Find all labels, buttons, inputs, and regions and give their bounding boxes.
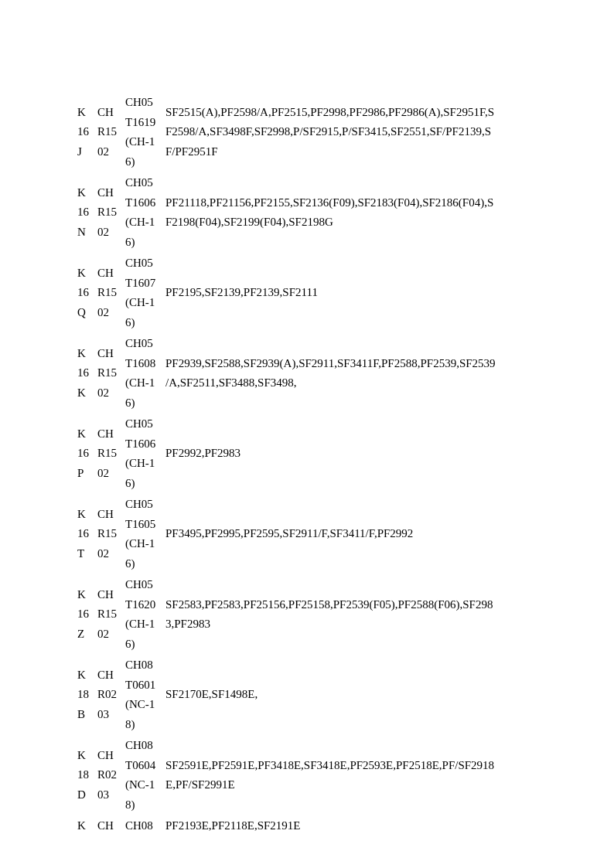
cell-col4: SF2515(A),PF2598/A,PF2515,PF2998,PF2986,… (165, 103, 537, 162)
cell-col1: K 16 P (77, 424, 97, 484)
cell-col2: CH R15 02 (97, 103, 125, 162)
table-row: K CH CH08 PF2193E,PF2118E,SF2191E (77, 816, 537, 836)
cell-col2: CH R15 02 (97, 505, 125, 564)
cell-col3: CH05 T1607 (CH-1 6) (125, 254, 165, 332)
cell-col2: CH R15 02 (97, 183, 125, 243)
table-row: K 16 Q CH R15 02 CH05 T1607 (CH-1 6) PF2… (77, 254, 537, 332)
cell-col4: PF21118,PF21156,PF2155,SF2136(F09),SF218… (165, 193, 537, 233)
cell-col3: CH08 (125, 816, 165, 836)
cell-col3: CH05 T1620 (CH-1 6) (125, 575, 165, 654)
cell-col2: CH R02 03 (97, 746, 125, 805)
cell-col1: K (77, 816, 97, 836)
cell-col3: CH05 T1605 (CH-1 6) (125, 495, 165, 574)
table-row: K 16 K CH R15 02 CH05 T1608 (CH-1 6) PF2… (77, 334, 537, 413)
table-row: K 16 T CH R15 02 CH05 T1605 (CH-1 6) PF3… (77, 495, 537, 574)
cell-col1: K 16 Q (77, 264, 97, 323)
table-row: K 18 B CH R02 03 CH08 T0601 (NC-1 8) SF2… (77, 655, 537, 734)
cell-col4: PF2939,SF2588,SF2939(A),SF2911,SF3411F,P… (165, 354, 537, 393)
cell-col3: CH05 T1606 (CH-1 6) (125, 414, 165, 493)
cell-col1: K 18 D (77, 746, 97, 805)
cell-col2: CH R02 03 (97, 665, 125, 725)
cell-col1: K 16 Z (77, 585, 97, 645)
cell-col1: K 16 J (77, 103, 97, 162)
cell-col4: SF2591E,PF2591E,PF3418E,SF3418E,PF2593E,… (165, 756, 537, 795)
cell-col4: PF2193E,PF2118E,SF2191E (165, 816, 537, 836)
cell-col3: CH05 T1619 (CH-1 6) (125, 93, 165, 172)
cell-col3: CH08 T0604 (NC-1 8) (125, 736, 165, 815)
table-row: K 16 Z CH R15 02 CH05 T1620 (CH-1 6) SF2… (77, 575, 537, 654)
cell-col3: CH05 T1606 (CH-1 6) (125, 173, 165, 252)
cell-col1: K 16 K (77, 344, 97, 403)
table-row: K 16 N CH R15 02 CH05 T1606 (CH-1 6) PF2… (77, 173, 537, 252)
cell-col2: CH (97, 816, 125, 836)
cell-col2: CH R15 02 (97, 585, 125, 645)
cell-col4: SF2583,PF2583,PF25156,PF25158,PF2539(F05… (165, 595, 537, 635)
cell-col2: CH R15 02 (97, 344, 125, 403)
cell-col4: PF2992,PF2983 (165, 444, 537, 464)
cell-col1: K 16 T (77, 505, 97, 564)
page-content: K 16 J CH R15 02 CH05 T1619 (CH-1 6) SF2… (0, 0, 614, 868)
cell-col2: CH R15 02 (97, 264, 125, 323)
table-row: K 16 J CH R15 02 CH05 T1619 (CH-1 6) SF2… (77, 93, 537, 172)
cell-col3: CH05 T1608 (CH-1 6) (125, 334, 165, 413)
cell-col1: K 18 B (77, 665, 97, 725)
cell-col4: SF2170E,SF1498E, (165, 685, 537, 705)
cell-col1: K 16 N (77, 183, 97, 243)
cell-col4: PF2195,SF2139,PF2139,SF2111 (165, 283, 537, 303)
cell-col2: CH R15 02 (97, 424, 125, 484)
table-row: K 18 D CH R02 03 CH08 T0604 (NC-1 8) SF2… (77, 736, 537, 815)
cell-col4: PF3495,PF2995,PF2595,SF2911/F,SF3411/F,P… (165, 524, 537, 544)
table-row: K 16 P CH R15 02 CH05 T1606 (CH-1 6) PF2… (77, 414, 537, 493)
cell-col3: CH08 T0601 (NC-1 8) (125, 655, 165, 734)
